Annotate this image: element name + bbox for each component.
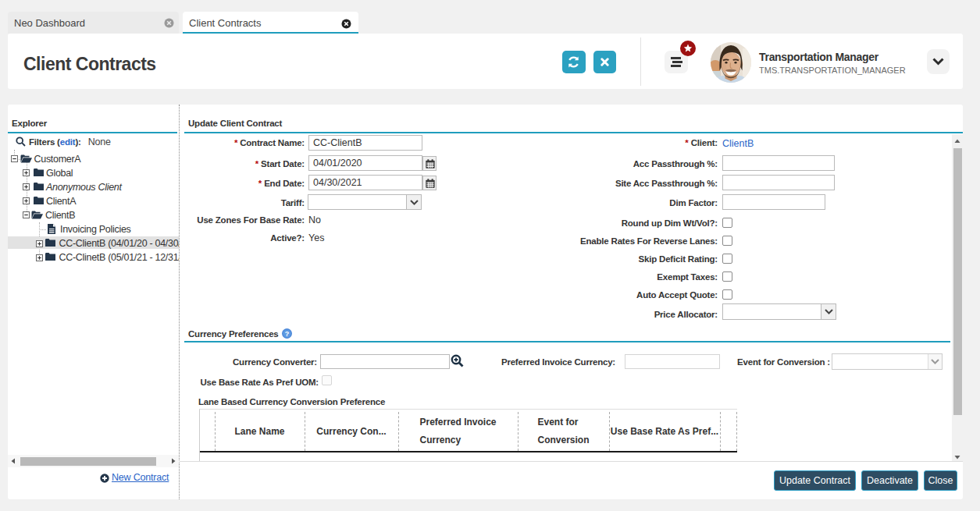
svg-text:?: ? [285, 330, 290, 338]
